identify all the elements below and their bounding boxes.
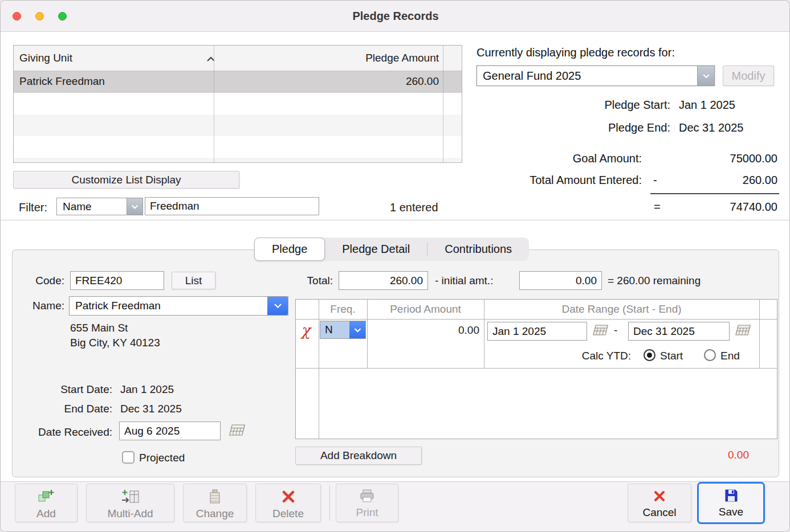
fund-dropdown-value: General Fund 2025 [477,66,697,85]
column-header-pledge-amount[interactable]: Pledge Amount [299,52,439,64]
date-received-input[interactable] [119,421,221,440]
name-dropdown-value: Patrick Freedman [70,297,267,315]
chevron-down-icon [697,66,714,85]
window-title: Pledge Records [1,1,790,32]
entered-count: 1 entered [390,201,438,214]
filter-field-dropdown[interactable]: Name [56,198,143,215]
range-start-input[interactable] [487,322,587,341]
end-date-label: End Date: [1,403,112,415]
goal-amount-value: 75000.00 [673,152,777,165]
chevron-down-icon [127,198,142,215]
pledge-end-value: Dec 31 2025 [679,121,743,134]
name-dropdown[interactable]: Patrick Freedman [69,296,288,316]
name-label: Name: [12,300,64,312]
print-button[interactable]: Print [336,484,398,522]
breakdown-col-date-range: Date Range (Start - End) [484,303,759,316]
row-border [296,368,777,369]
displaying-heading: Currently displaying pledge records for: [477,46,675,59]
date-picker-icon[interactable] [734,324,752,339]
list-row-empty [14,158,462,162]
titlebar: Pledge Records [1,1,790,32]
breakdown-total: 0.00 [628,449,749,461]
cancel-icon [652,489,667,506]
calc-ytd-start-radio[interactable] [644,349,655,361]
pledge-end-label: Pledge End: [514,121,670,134]
print-label: Print [356,506,378,519]
delete-icon [280,489,296,508]
change-label: Change [196,508,234,520]
freq-dropdown[interactable]: N [320,321,366,339]
amount-column-line [484,300,484,368]
add-breakdown-button[interactable]: Add Breakdown [295,447,422,465]
filter-input[interactable] [145,197,319,215]
minimize-button[interactable] [35,12,44,21]
tab-contributions[interactable]: Contributions [427,238,529,261]
fund-dropdown[interactable]: General Fund 2025 [477,66,715,86]
pledge-amount-value: 260.00 [299,75,439,88]
column-divider-dotted [214,71,214,162]
date-picker-icon[interactable] [227,423,247,440]
projected-checkbox[interactable] [122,451,135,464]
calc-ytd-end-label[interactable]: End [720,350,740,362]
list-row-empty [14,93,462,114]
calc-ytd-start-label[interactable]: Start [660,350,683,362]
address-line-1: 655 Main St [70,322,128,334]
pledge-start-label: Pledge Start: [514,99,670,112]
initial-amt-label: - initial amt.: [435,275,493,287]
cancel-button[interactable]: Cancel [628,484,691,522]
change-button[interactable]: Change [183,484,247,522]
maximize-button[interactable] [58,12,67,21]
code-input[interactable] [70,271,164,290]
sum-line [650,193,779,194]
start-date-label: Start Date: [1,383,112,396]
customize-list-display-button[interactable]: Customize List Display [13,171,239,189]
delete-row-icon[interactable]: χ [301,322,310,338]
cancel-label: Cancel [642,506,676,519]
modify-button[interactable]: Modify [723,66,774,86]
end-date-value: Dec 31 2025 [120,403,182,415]
toolbar-separator [329,485,330,521]
equals-sign: = [654,200,661,214]
total-input[interactable] [339,271,428,290]
close-button[interactable] [13,12,21,21]
pledge-start-value: Jan 1 2025 [679,99,735,112]
initial-amt-input[interactable] [519,271,602,290]
delete-button[interactable]: Delete [255,484,321,522]
freq-value: N [320,321,349,338]
list-row-empty [14,136,462,158]
list-header: Giving Unit Pledge Amount [14,46,462,71]
start-date-value: Jan 1 2025 [120,383,174,396]
total-entered-value: 260.00 [673,174,777,187]
add-button[interactable]: Add [15,484,78,522]
freq-column-line [367,300,368,368]
save-label: Save [719,506,743,518]
tab-pledge[interactable]: Pledge [254,238,325,261]
address-line-2: Big City, KY 40123 [70,337,160,349]
delete-label: Delete [272,508,304,520]
detail-tabs: Pledge Pledge Detail Contributions [254,238,529,261]
range-end-input[interactable] [628,322,730,341]
breakdown-table: Freq. Period Amount Date Range (Start - … [295,299,777,439]
date-picker-icon[interactable] [591,324,609,339]
tab-pledge-detail[interactable]: Pledge Detail [325,238,427,261]
calc-ytd-end-radio[interactable] [704,349,716,361]
code-label: Code: [12,275,64,287]
list-button[interactable]: List [172,272,215,289]
section-divider [1,220,790,220]
save-icon [724,488,739,506]
multi-add-icon [120,489,141,508]
add-label: Add [36,508,56,520]
period-amount-value[interactable]: 0.00 [410,324,479,337]
flag-column-line [319,300,319,439]
range-dash: - [614,324,617,337]
breakdown-col-freq: Freq. [319,303,367,316]
multi-add-button[interactable]: Multi-Add [86,484,174,522]
projected-label: Projected [139,452,185,464]
giving-unit-name: Patrick Freedman [19,75,105,88]
scrollbar-track[interactable] [443,71,462,162]
list-row-selected[interactable]: Patrick Freedman 260.00 [14,71,462,93]
add-icon [37,489,55,508]
save-button[interactable]: Save [697,482,765,524]
remaining-value: 74740.00 [673,200,777,214]
column-header-giving-unit[interactable]: Giving Unit [19,52,72,64]
